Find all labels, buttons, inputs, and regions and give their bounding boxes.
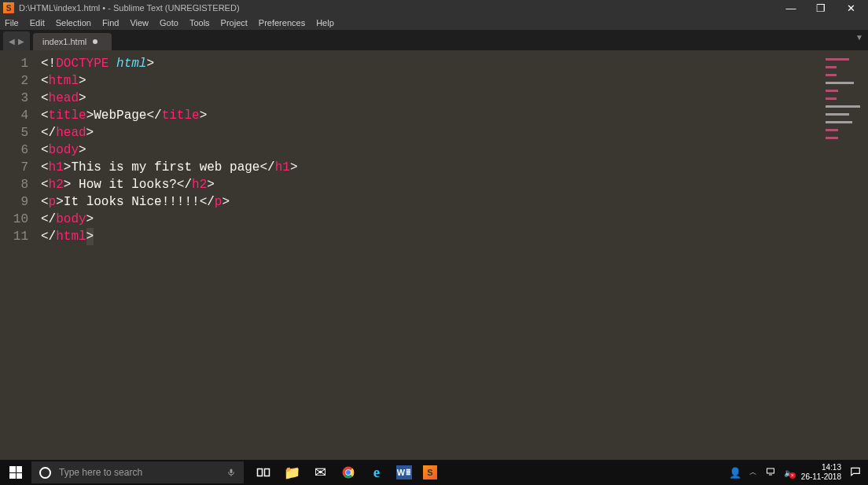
- menu-selection[interactable]: Selection: [56, 18, 91, 28]
- mic-icon[interactable]: [226, 467, 236, 478]
- people-icon[interactable]: 👤: [729, 467, 741, 479]
- svg-point-8: [346, 470, 351, 475]
- back-icon: ◀: [9, 37, 15, 46]
- menu-view[interactable]: View: [130, 18, 149, 28]
- menu-find[interactable]: Find: [102, 18, 119, 28]
- line-number: 9: [0, 193, 28, 211]
- system-tray: 👤 ︿ 🔈× 14:13 26-11-2018: [729, 463, 868, 482]
- menu-preferences[interactable]: Preferences: [259, 18, 305, 28]
- line-number: 7: [0, 159, 28, 176]
- task-icons: 📁 ✉ e W≣ S: [255, 464, 437, 481]
- line-number: 2: [0, 72, 28, 90]
- line-number-gutter: 1234567891011: [0, 50, 38, 471]
- app-icon: S: [3, 2, 14, 13]
- tab-dropdown-icon[interactable]: ▼: [855, 33, 863, 42]
- dirty-indicator-icon: [93, 39, 97, 44]
- taskbar-search[interactable]: Type here to search: [31, 461, 244, 483]
- clock-time: 14:13: [801, 463, 841, 472]
- clock-date: 26-11-2018: [801, 472, 841, 482]
- svg-rect-0: [230, 469, 233, 474]
- minimize-button[interactable]: —: [783, 2, 799, 14]
- tab-index1[interactable]: index1.html: [33, 33, 112, 50]
- menu-edit[interactable]: Edit: [30, 18, 45, 28]
- editor-area[interactable]: 1234567891011 <!DOCTYPE html><html><head…: [0, 50, 868, 471]
- windows-logo-icon: [9, 466, 22, 479]
- minimap[interactable]: [818, 50, 868, 471]
- line-number: 4: [0, 107, 28, 124]
- cortana-icon: [39, 467, 51, 479]
- taskbar-clock[interactable]: 14:13 26-11-2018: [801, 463, 841, 482]
- line-number: 1: [0, 55, 28, 72]
- maximize-button[interactable]: ❐: [813, 2, 829, 14]
- app-window: S D:\HTML\index1.html • - Sublime Text (…: [0, 0, 868, 485]
- close-button[interactable]: ✕: [843, 2, 859, 14]
- start-button[interactable]: [0, 460, 31, 485]
- edge-icon[interactable]: e: [368, 464, 385, 481]
- line-number: 6: [0, 141, 28, 159]
- tray-chevron-icon[interactable]: ︿: [749, 467, 757, 478]
- menu-tools[interactable]: Tools: [189, 18, 210, 28]
- svg-rect-2: [258, 469, 263, 476]
- search-placeholder: Type here to search: [59, 467, 142, 478]
- window-controls: — ❐ ✕: [783, 2, 865, 14]
- code-content[interactable]: <!DOCTYPE html><html><head><title>WebPag…: [38, 50, 818, 471]
- menu-help[interactable]: Help: [316, 18, 334, 28]
- title-app: - Sublime Text (UNREGISTERED): [108, 3, 239, 13]
- line-number: 8: [0, 176, 28, 193]
- volume-icon[interactable]: 🔈×: [784, 468, 793, 477]
- mail-icon[interactable]: ✉: [311, 464, 329, 481]
- sublime-icon[interactable]: S: [423, 465, 437, 479]
- tab-bar: ◀ ▶ index1.html ▼: [0, 30, 868, 50]
- line-number: 11: [0, 228, 28, 245]
- minimap-preview: [826, 53, 865, 85]
- forward-icon: ▶: [18, 37, 24, 46]
- menu-bar: FileEditSelectionFindViewGotoToolsProjec…: [0, 16, 868, 30]
- action-center-icon[interactable]: [849, 466, 862, 479]
- network-icon[interactable]: [765, 467, 776, 478]
- task-view-icon[interactable]: [255, 464, 272, 481]
- menu-goto[interactable]: Goto: [160, 18, 178, 28]
- svg-rect-3: [265, 469, 270, 476]
- file-explorer-icon[interactable]: 📁: [283, 464, 300, 481]
- title-bar: S D:\HTML\index1.html • - Sublime Text (…: [0, 0, 868, 16]
- svg-rect-9: [767, 468, 774, 473]
- word-icon[interactable]: W≣: [396, 465, 412, 479]
- title-path: D:\HTML\index1.html •: [19, 3, 105, 13]
- menu-project[interactable]: Project: [221, 18, 248, 28]
- tab-label: index1.html: [42, 37, 86, 46]
- menu-file[interactable]: File: [5, 18, 19, 28]
- tab-history-buttons[interactable]: ◀ ▶: [3, 31, 30, 50]
- windows-taskbar: Type here to search 📁 ✉ e W≣ S 👤 ︿ 🔈× 14…: [0, 460, 868, 485]
- line-number: 10: [0, 211, 28, 228]
- line-number: 3: [0, 90, 28, 107]
- chrome-icon[interactable]: [340, 464, 357, 481]
- line-number: 5: [0, 124, 28, 141]
